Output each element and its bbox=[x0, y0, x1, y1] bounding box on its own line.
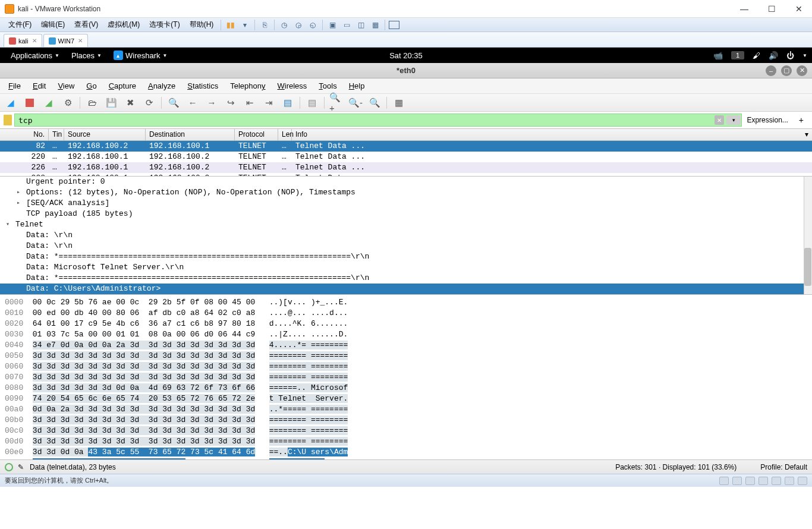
col-length[interactable]: Len bbox=[278, 129, 292, 140]
device-sound-icon[interactable] bbox=[772, 477, 781, 485]
device-net-icon[interactable] bbox=[745, 477, 755, 485]
ws-menu-analyze[interactable]: Analyze bbox=[143, 80, 180, 92]
save-icon[interactable]: 💾 bbox=[104, 96, 118, 110]
detail-line[interactable]: Data: *=================================… bbox=[0, 273, 812, 284]
hex-line[interactable]: 00b0 3d 3d 3d 3d 3d 3d 3d 3d 3d 3d 3d 3d… bbox=[5, 415, 807, 426]
details-scrollbar[interactable] bbox=[804, 177, 812, 294]
device-hdd-icon[interactable] bbox=[719, 477, 729, 485]
options-icon[interactable]: ⚙ bbox=[61, 96, 75, 110]
close-file-icon[interactable]: ✖ bbox=[123, 96, 137, 110]
hex-line[interactable]: 0070 3d 3d 3d 3d 3d 3d 3d 3d 3d 3d 3d 3d… bbox=[5, 372, 807, 383]
workspace-badge[interactable]: 1 bbox=[731, 51, 744, 59]
col-time[interactable]: Tin bbox=[49, 129, 64, 140]
start-capture-icon[interactable]: ◢ bbox=[4, 96, 18, 110]
open-icon[interactable]: 🗁 bbox=[85, 96, 99, 110]
restart-capture-icon[interactable]: ◢ bbox=[42, 96, 56, 110]
wireshark-taskbar[interactable]: ▴Wireshark▼ bbox=[108, 51, 173, 60]
hex-line[interactable]: 00d0 3d 3d 3d 3d 3d 3d 3d 3d 3d 3d 3d 3d… bbox=[5, 436, 807, 447]
hex-line[interactable]: 0010 00 ed 00 db 40 00 80 06 af db c0 a8… bbox=[5, 308, 807, 319]
forward-icon[interactable]: → bbox=[204, 96, 219, 110]
packet-bytes-pane[interactable]: 0000 00 0c 29 5b 76 ae 00 0c 29 2b 5f 0f… bbox=[0, 294, 812, 459]
hex-line[interactable]: 0060 3d 3d 3d 3d 3d 3d 3d 3d 3d 3d 3d 3d… bbox=[5, 361, 807, 372]
scroll-thumb[interactable] bbox=[804, 248, 811, 286]
brush-icon[interactable]: 🖌 bbox=[753, 51, 760, 60]
packet-row[interactable]: 226…192.168.100.1192.168.100.2TELNET…Tel… bbox=[0, 162, 812, 173]
zoom-out-icon[interactable]: 🔍- bbox=[348, 96, 363, 110]
back-icon[interactable]: ← bbox=[185, 96, 200, 110]
detail-line[interactable]: Data: \r\n bbox=[0, 230, 812, 241]
reload-icon[interactable]: ⟳ bbox=[142, 96, 156, 110]
col-destination[interactable]: Destination bbox=[146, 129, 235, 140]
hex-line[interactable]: 0080 3d 3d 3d 3d 3d 3d 0d 0a 4d 69 63 72… bbox=[5, 383, 807, 393]
first-icon[interactable]: ⇤ bbox=[243, 96, 257, 110]
view2-icon[interactable]: ▭ bbox=[341, 19, 353, 31]
menu-vm[interactable]: 虚拟机(M) bbox=[103, 18, 144, 31]
camera-icon[interactable]: 📹 bbox=[713, 51, 723, 60]
hex-line[interactable]: 00a0 0d 0a 2a 3d 3d 3d 3d 3d 3d 3d 3d 3d… bbox=[5, 404, 807, 415]
snapshot-icon[interactable]: ◷ bbox=[278, 19, 290, 31]
edit-icon[interactable]: ✎ bbox=[18, 463, 24, 471]
detail-line[interactable]: Urgent pointer: 0 bbox=[0, 177, 812, 187]
detail-line[interactable]: ▸Options: (12 bytes), No-Operation (NOP)… bbox=[0, 187, 812, 198]
ws-menu-wireless[interactable]: Wireless bbox=[273, 80, 312, 92]
view-icon[interactable]: ▣ bbox=[326, 19, 338, 31]
hex-line[interactable]: 0030 01 03 7c 5a 00 00 01 01 08 0a 00 06… bbox=[5, 329, 807, 340]
hex-line[interactable]: 00e0 3d 3d 0d 0a 43 3a 5c 55 73 65 72 73… bbox=[5, 447, 807, 458]
col-protocol[interactable]: Protocol bbox=[235, 129, 278, 140]
tab-kali[interactable]: kali ✕ bbox=[4, 34, 42, 47]
ws-menu-help[interactable]: Help bbox=[344, 80, 370, 92]
detail-line[interactable]: Data: Microsoft Telnet Server.\r\n bbox=[0, 262, 812, 273]
ws-menu-go[interactable]: Go bbox=[81, 80, 101, 92]
status-profile[interactable]: Profile: Default bbox=[760, 463, 807, 471]
places-menu[interactable]: Places▼ bbox=[65, 51, 108, 60]
ws-menu-view[interactable]: View bbox=[53, 80, 79, 92]
applications-menu[interactable]: Applications▼ bbox=[5, 51, 65, 60]
packet-row[interactable]: 220…192.168.100.1192.168.100.2TELNET…Tel… bbox=[0, 152, 812, 162]
menu-help[interactable]: 帮助(H) bbox=[185, 18, 219, 31]
col-info[interactable]: Info▾ bbox=[292, 129, 812, 140]
ws-menu-statistics[interactable]: Statistics bbox=[182, 80, 223, 92]
detail-line[interactable]: Data: *=================================… bbox=[0, 251, 812, 262]
expression-button[interactable]: Expression... bbox=[743, 116, 791, 124]
hex-line[interactable]: 0090 74 20 54 65 6c 6e 65 74 20 53 65 72… bbox=[5, 393, 807, 404]
close-icon[interactable]: ✕ bbox=[78, 37, 83, 44]
fullscreen-icon[interactable] bbox=[389, 21, 399, 29]
detail-line[interactable]: TCP payload (185 bytes) bbox=[0, 209, 812, 219]
ws-menu-tools[interactable]: Tools bbox=[314, 80, 341, 92]
pause-icon[interactable]: ▮▮ bbox=[225, 19, 237, 31]
menu-file[interactable]: 文件(F) bbox=[4, 18, 36, 31]
snapshot-revert-icon[interactable]: ◶ bbox=[292, 19, 304, 31]
colorize-icon[interactable]: ▤ bbox=[305, 96, 319, 110]
ws-menu-file[interactable]: File bbox=[4, 80, 26, 92]
volume-icon[interactable]: 🔊 bbox=[769, 51, 778, 60]
packet-details-pane[interactable]: Urgent pointer: 0▸Options: (12 bytes), N… bbox=[0, 176, 812, 294]
snapshot-manager-icon[interactable]: ◵ bbox=[307, 19, 319, 31]
display-filter-input[interactable] bbox=[14, 114, 742, 127]
bookmark-icon[interactable] bbox=[4, 115, 12, 125]
ws-maximize-button[interactable]: ▢ bbox=[781, 65, 792, 76]
resize-columns-icon[interactable]: ▦ bbox=[392, 96, 406, 110]
goto-icon[interactable]: ↪ bbox=[224, 96, 238, 110]
send-icon[interactable]: ⎘ bbox=[259, 19, 270, 31]
hex-line[interactable]: 0000 00 0c 29 5b 76 ae 00 0c 29 2b 5f 0f… bbox=[5, 297, 807, 308]
hex-line[interactable]: 0050 3d 3d 3d 3d 3d 3d 3d 3d 3d 3d 3d 3d… bbox=[5, 351, 807, 361]
power-icon[interactable]: ⏻ bbox=[786, 51, 794, 60]
ws-menu-edit[interactable]: Edit bbox=[28, 80, 51, 92]
dropdown-icon[interactable]: ▾ bbox=[239, 19, 251, 31]
system-menu[interactable]: ▼ bbox=[802, 53, 807, 58]
clock[interactable]: Sat 20:35 bbox=[389, 51, 423, 60]
device-printer-icon[interactable] bbox=[785, 477, 794, 485]
autoscroll-icon[interactable]: ▤ bbox=[281, 96, 295, 110]
tab-win7[interactable]: WIN7 ✕ bbox=[43, 34, 89, 47]
close-button[interactable]: ✕ bbox=[791, 3, 807, 15]
col-source[interactable]: Source bbox=[64, 129, 146, 140]
close-icon[interactable]: ✕ bbox=[32, 37, 37, 44]
hex-line[interactable]: 0040 34 e7 0d 0a 0d 0a 2a 3d 3d 3d 3d 3d… bbox=[5, 340, 807, 351]
detail-line[interactable]: ▸[SEQ/ACK analysis] bbox=[0, 198, 812, 209]
detail-line[interactable]: Data: \r\n bbox=[0, 241, 812, 251]
view3-icon[interactable]: ◫ bbox=[355, 19, 367, 31]
menu-tabs[interactable]: 选项卡(T) bbox=[144, 18, 184, 31]
device-display-icon[interactable] bbox=[798, 477, 807, 485]
minimize-button[interactable]: — bbox=[736, 3, 753, 15]
view4-icon[interactable]: ▦ bbox=[369, 19, 381, 31]
